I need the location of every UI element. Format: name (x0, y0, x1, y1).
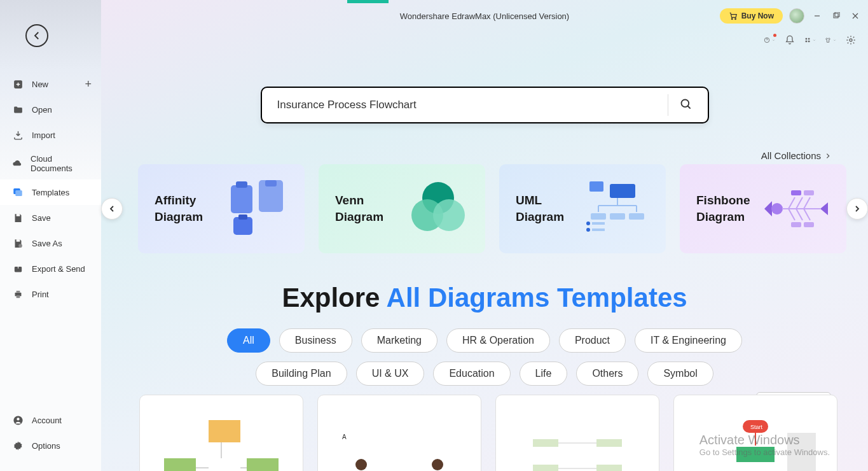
headline-prefix: Explore (282, 283, 386, 313)
svg-point-32 (433, 199, 465, 231)
bell-icon[interactable] (784, 34, 796, 46)
nav-label: Options (32, 441, 60, 451)
all-collections-label: All Collections (761, 150, 821, 161)
nav-item-cloud[interactable]: Cloud Documents (0, 148, 101, 179)
carousel-prev-button[interactable] (101, 198, 123, 220)
account-icon (11, 414, 24, 426)
svg-rect-29 (238, 214, 247, 220)
svg-rect-63 (736, 447, 775, 462)
nav-item-open[interactable]: Open (0, 97, 101, 122)
nav-item-new[interactable]: New + (0, 71, 101, 97)
svg-rect-2 (15, 190, 22, 196)
minimize-button[interactable] (811, 10, 823, 22)
save-icon (11, 211, 24, 224)
chip-life[interactable]: Life (520, 362, 568, 386)
nav-item-print[interactable]: Print (0, 281, 101, 307)
import-icon (11, 129, 24, 141)
svg-point-55 (432, 459, 443, 470)
chip-building-plan[interactable]: Building Plan (256, 362, 347, 386)
filter-chips: All Business Marketing HR & Operation Pr… (198, 328, 771, 386)
svg-rect-59 (596, 439, 622, 447)
template-thumb-icon: Start (692, 414, 819, 471)
template-card[interactable] (495, 395, 659, 471)
svg-rect-8 (16, 290, 20, 292)
card-affinity-diagram[interactable]: Affinity Diagram (138, 164, 305, 253)
nav-item-import[interactable]: Import (0, 122, 101, 148)
help-icon[interactable] (764, 34, 775, 46)
nav-item-save[interactable]: Save (0, 205, 101, 230)
svg-rect-49 (209, 420, 240, 442)
nav-item-export[interactable]: Export & Send (0, 256, 101, 281)
plus-icon[interactable]: + (85, 78, 92, 91)
headline-suffix: All Diagrams Templates (387, 283, 687, 313)
svg-point-5 (18, 244, 22, 248)
svg-rect-36 (610, 213, 625, 220)
card-title: UML Diagram (516, 192, 573, 225)
nav-item-templates[interactable]: Templates (0, 179, 101, 205)
svg-rect-24 (231, 185, 252, 213)
svg-rect-25 (236, 181, 247, 188)
chip-business[interactable]: Business (279, 328, 352, 353)
maximize-button[interactable] (830, 10, 843, 22)
svg-point-42 (771, 203, 783, 214)
svg-rect-44 (804, 190, 814, 195)
svg-rect-9 (16, 295, 20, 297)
affinity-graphic-icon (224, 180, 288, 237)
nav-label: Cloud Documents (31, 154, 90, 173)
carousel-next-button[interactable] (846, 198, 868, 220)
nav-label: Print (32, 290, 49, 299)
template-card[interactable]: A (317, 395, 481, 471)
chip-it-engineering[interactable]: IT & Engineering (635, 328, 742, 353)
svg-rect-58 (533, 465, 558, 471)
plus-square-icon (11, 78, 24, 90)
card-venn-diagram[interactable]: Venn Diagram (319, 164, 485, 253)
svg-rect-16 (835, 12, 839, 17)
cloud-icon (11, 157, 23, 170)
svg-rect-34 (610, 184, 635, 198)
uml-graphic-icon (586, 180, 649, 237)
chip-hr-operation[interactable]: HR & Operation (446, 328, 550, 353)
search-input[interactable] (277, 99, 656, 111)
svg-rect-19 (808, 38, 810, 40)
svg-rect-28 (233, 217, 252, 235)
svg-point-13 (731, 18, 733, 20)
chip-symbol[interactable]: Symbol (647, 362, 713, 386)
avatar[interactable] (789, 8, 804, 24)
fishbone-graphic-icon (763, 186, 830, 231)
nav-label: Account (32, 416, 62, 425)
svg-point-39 (586, 228, 590, 232)
svg-rect-57 (533, 439, 558, 447)
settings-icon[interactable] (845, 34, 857, 46)
card-fishbone-diagram[interactable]: Fishbone Diagram (680, 164, 846, 253)
nav-label: Open (32, 105, 52, 115)
template-card[interactable]: MultipleMortgage (139, 395, 303, 471)
back-button[interactable] (25, 24, 48, 47)
apps-icon[interactable] (804, 34, 816, 46)
card-title: Affinity Diagram (155, 192, 212, 225)
arrow-left-icon (31, 30, 43, 41)
gear-icon (11, 439, 24, 452)
buy-now-button[interactable]: Buy Now (720, 8, 783, 24)
close-button[interactable] (849, 10, 862, 22)
chip-education[interactable]: Education (433, 362, 510, 386)
nav-item-account[interactable]: Account (0, 407, 101, 433)
search-button[interactable] (680, 98, 692, 113)
nav-item-save-as[interactable]: Save As (0, 230, 101, 256)
all-collections-link[interactable]: All Collections (761, 150, 831, 161)
svg-rect-35 (591, 213, 606, 220)
card-uml-diagram[interactable]: UML Diagram (499, 164, 666, 253)
buy-label: Buy Now (741, 11, 774, 20)
chip-marketing[interactable]: Marketing (361, 328, 437, 353)
chip-others[interactable]: Others (576, 362, 638, 386)
svg-text:A: A (342, 433, 347, 440)
chip-product[interactable]: Product (559, 328, 626, 353)
nav-bottom: Account Options (0, 407, 101, 471)
svg-rect-40 (592, 222, 605, 225)
tshirt-icon[interactable] (825, 34, 836, 46)
template-card[interactable]: Start (673, 395, 837, 471)
svg-rect-48 (247, 458, 279, 471)
chip-ui-ux[interactable]: UI & UX (356, 362, 425, 386)
chip-all[interactable]: All (227, 328, 270, 353)
sidebar: New + Open Import Cloud Documents Templa… (0, 0, 101, 471)
nav-item-options[interactable]: Options (0, 433, 101, 458)
